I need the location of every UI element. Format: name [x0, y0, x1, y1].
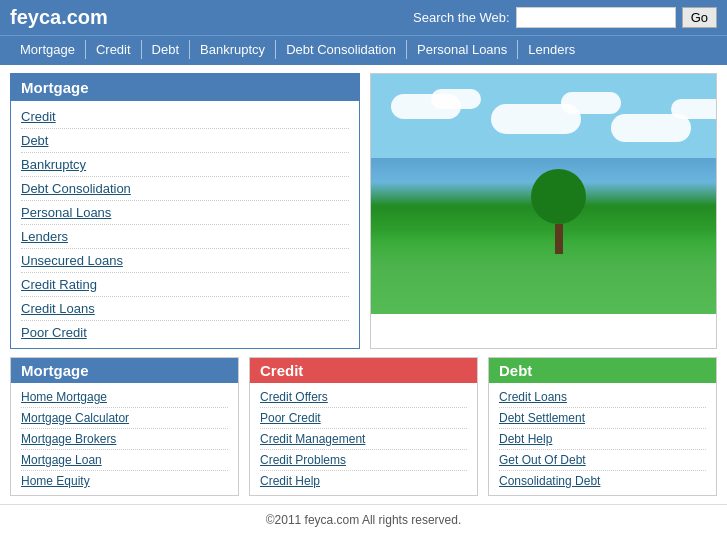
tree — [531, 169, 586, 254]
nav-item-mortgage[interactable]: Mortgage — [10, 40, 85, 59]
box-link-mortgage-brokers[interactable]: Mortgage Brokers — [21, 429, 228, 450]
box-link-poor-credit[interactable]: Poor Credit — [260, 408, 467, 429]
nav-item-debt[interactable]: Debt — [141, 40, 189, 59]
bottom-boxes: MortgageHome MortgageMortgage Calculator… — [0, 357, 727, 504]
box-link-credit-problems[interactable]: Credit Problems — [260, 450, 467, 471]
mortgage-panel: Mortgage CreditDebtBankruptcyDebt Consol… — [10, 73, 360, 349]
bottom-box-debt: DebtCredit LoansDebt SettlementDebt Help… — [488, 357, 717, 496]
box-links-mortgage: Home MortgageMortgage CalculatorMortgage… — [11, 383, 238, 495]
image-panel — [370, 73, 717, 349]
box-link-debt-settlement[interactable]: Debt Settlement — [499, 408, 706, 429]
mortgage-panel-title: Mortgage — [11, 74, 359, 101]
cloud-2 — [431, 89, 481, 109]
box-link-mortgage-calculator[interactable]: Mortgage Calculator — [21, 408, 228, 429]
mortgage-link-poor-credit[interactable]: Poor Credit — [21, 321, 349, 344]
nav-item-bankruptcy[interactable]: Bankruptcy — [189, 40, 275, 59]
mortgage-link-lenders[interactable]: Lenders — [21, 225, 349, 249]
bottom-box-mortgage: MortgageHome MortgageMortgage Calculator… — [10, 357, 239, 496]
search-area: Search the Web: Go — [413, 7, 717, 28]
nav-item-lenders[interactable]: Lenders — [517, 40, 585, 59]
cloud-6 — [671, 99, 717, 119]
mortgage-link-debt-consolidation[interactable]: Debt Consolidation — [21, 177, 349, 201]
box-link-credit-loans[interactable]: Credit Loans — [499, 387, 706, 408]
header: feyca.com Search the Web: Go — [0, 0, 727, 35]
tree-top — [531, 169, 586, 224]
tree-trunk — [555, 224, 563, 254]
box-link-credit-management[interactable]: Credit Management — [260, 429, 467, 450]
box-link-credit-offers[interactable]: Credit Offers — [260, 387, 467, 408]
nav-item-credit[interactable]: Credit — [85, 40, 141, 59]
landscape-image — [371, 74, 716, 314]
box-links-credit: Credit OffersPoor CreditCredit Managemen… — [250, 383, 477, 495]
box-links-debt: Credit LoansDebt SettlementDebt HelpGet … — [489, 383, 716, 495]
box-link-home-equity[interactable]: Home Equity — [21, 471, 228, 491]
search-label: Search the Web: — [413, 10, 510, 25]
mortgage-link-personal-loans[interactable]: Personal Loans — [21, 201, 349, 225]
box-link-credit-help[interactable]: Credit Help — [260, 471, 467, 491]
box-link-home-mortgage[interactable]: Home Mortgage — [21, 387, 228, 408]
mortgage-link-credit-loans[interactable]: Credit Loans — [21, 297, 349, 321]
site-title[interactable]: feyca.com — [10, 6, 108, 29]
search-button[interactable]: Go — [682, 7, 717, 28]
footer-text: ©2011 feyca.com All rights reserved. — [266, 513, 462, 527]
box-title-credit: Credit — [250, 358, 477, 383]
nav-item-debt-consolidation[interactable]: Debt Consolidation — [275, 40, 406, 59]
bottom-box-credit: CreditCredit OffersPoor CreditCredit Man… — [249, 357, 478, 496]
mortgage-link-credit-rating[interactable]: Credit Rating — [21, 273, 349, 297]
main-content: Mortgage CreditDebtBankruptcyDebt Consol… — [0, 65, 727, 357]
nav-item-personal-loans[interactable]: Personal Loans — [406, 40, 517, 59]
box-title-debt: Debt — [489, 358, 716, 383]
box-link-mortgage-loan[interactable]: Mortgage Loan — [21, 450, 228, 471]
search-input[interactable] — [516, 7, 676, 28]
footer: ©2011 feyca.com All rights reserved. — [0, 504, 727, 535]
cloud-4 — [561, 92, 621, 114]
mortgage-link-unsecured-loans[interactable]: Unsecured Loans — [21, 249, 349, 273]
mortgage-link-credit[interactable]: Credit — [21, 105, 349, 129]
nav: MortgageCreditDebtBankruptcyDebt Consoli… — [0, 35, 727, 65]
box-link-debt-help[interactable]: Debt Help — [499, 429, 706, 450]
box-link-consolidating-debt[interactable]: Consolidating Debt — [499, 471, 706, 491]
box-title-mortgage: Mortgage — [11, 358, 238, 383]
mortgage-link-debt[interactable]: Debt — [21, 129, 349, 153]
mortgage-link-bankruptcy[interactable]: Bankruptcy — [21, 153, 349, 177]
box-link-get-out-of-debt[interactable]: Get Out Of Debt — [499, 450, 706, 471]
mortgage-links: CreditDebtBankruptcyDebt ConsolidationPe… — [11, 101, 359, 348]
